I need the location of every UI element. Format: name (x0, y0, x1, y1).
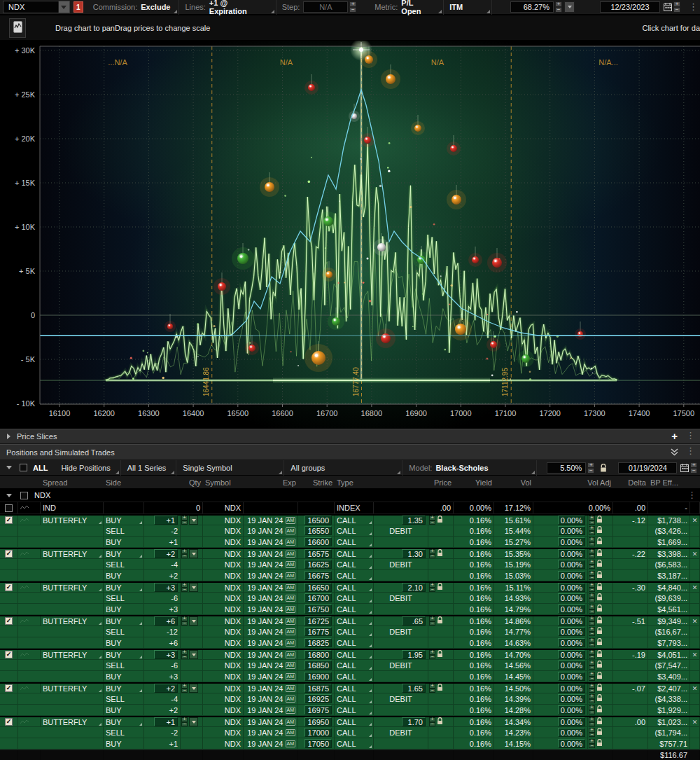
option-type-cell[interactable]: CALL (335, 684, 374, 693)
side-cell[interactable]: BUY (104, 570, 144, 581)
remove-leg-cell[interactable]: ✕ (690, 549, 700, 558)
vol-adj-lock-icon[interactable] (596, 537, 603, 546)
price-field[interactable]: 1.30 (402, 549, 426, 558)
expiration-cell[interactable]: 19 JAN 24AM (244, 604, 298, 614)
strike-field[interactable]: 16750 (304, 604, 332, 614)
positions-menu-icon[interactable]: ⋮ (686, 448, 695, 455)
quantity-field[interactable]: -2 (171, 728, 178, 737)
row-select-cell[interactable] (0, 525, 18, 536)
col-bp-eff[interactable]: BP Eff... (648, 476, 700, 488)
quantity-controls[interactable] (181, 559, 203, 569)
remove-leg-cell[interactable] (690, 525, 700, 536)
remove-leg-cell[interactable]: ✕ (690, 650, 700, 659)
vol-adj-controls[interactable]: +− (588, 637, 613, 648)
price-field[interactable]: 1.95 (402, 650, 426, 659)
option-type-cell[interactable]: CALL (335, 525, 374, 536)
quantity-field[interactable]: -6 (171, 661, 178, 670)
option-type-cell[interactable]: CALL (335, 727, 374, 738)
quantity-field[interactable]: +2 (154, 549, 178, 558)
price-controls[interactable] (428, 693, 454, 704)
option-type-cell[interactable]: CALL (335, 549, 374, 558)
side-cell[interactable]: BUY (104, 738, 144, 749)
filter-hide-positions[interactable]: Hide Positions (55, 460, 120, 476)
option-type-cell[interactable]: CALL (335, 671, 374, 682)
vol-adj-lock-icon[interactable] (596, 694, 603, 703)
model-setting[interactable]: Model: Black-Scholes (402, 460, 537, 476)
quantity-controls[interactable] (181, 525, 203, 536)
quantity-field[interactable]: +3 (154, 650, 178, 659)
close-icon[interactable]: ✕ (692, 685, 698, 692)
vol-adj-controls[interactable]: +− (588, 738, 613, 749)
select-all-checkbox[interactable] (20, 464, 27, 471)
option-type-cell[interactable]: CALL (335, 626, 374, 637)
collapse-group-icon[interactable] (6, 466, 12, 469)
calendar-icon[interactable] (664, 3, 672, 11)
rate-input[interactable]: 5.50% (547, 462, 586, 474)
row-checkbox[interactable]: ✓ (5, 684, 13, 692)
quantity-controls[interactable] (181, 671, 203, 682)
remove-leg-cell[interactable]: ✕ (690, 516, 700, 525)
row-select-cell[interactable] (0, 570, 18, 581)
row-select-cell[interactable] (0, 671, 18, 682)
price-lock-icon[interactable] (437, 516, 443, 525)
row-select-cell[interactable]: ✓ (0, 583, 18, 592)
option-type-cell[interactable]: CALL (335, 570, 374, 581)
vol-adj-field[interactable]: 0.00% (558, 638, 585, 647)
strike-field[interactable]: 17050 (304, 739, 332, 748)
vol-adj-lock-icon[interactable] (596, 616, 603, 626)
vol-adj-controls[interactable]: +− (588, 684, 613, 693)
strike-field[interactable]: 16550 (304, 526, 332, 535)
side-cell[interactable]: BUY (104, 549, 144, 558)
price-field[interactable]: 2.10 (402, 583, 426, 592)
row-chart-toggle[interactable] (18, 516, 41, 525)
quantity-controls[interactable] (181, 570, 203, 581)
option-type-cell[interactable]: CALL (335, 717, 374, 726)
quantity-controls[interactable] (181, 738, 203, 749)
index-row-checkbox[interactable] (5, 504, 13, 512)
remove-leg-cell[interactable] (690, 637, 700, 648)
spread-type-cell[interactable] (41, 593, 104, 603)
quantity-field[interactable]: -4 (171, 695, 178, 703)
quantity-dropdown-icon[interactable] (189, 616, 198, 626)
expiration-cell[interactable]: 19 JAN 24AM (244, 583, 298, 592)
strike-field[interactable]: 16500 (304, 516, 332, 525)
close-icon[interactable]: ✕ (692, 584, 698, 591)
vol-adj-field[interactable]: 0.00% (558, 583, 585, 592)
quantity-field[interactable]: +3 (154, 583, 178, 592)
position-leg-row[interactable]: SELL -2 NDX 19 JAN 24AM 17000 CALL DEBIT… (0, 727, 700, 738)
vol-adj-field[interactable]: 0.00% (558, 560, 585, 569)
expiration-cell[interactable]: 19 JAN 24AM (244, 693, 298, 704)
row-chart-toggle[interactable] (18, 650, 41, 659)
price-controls[interactable] (428, 559, 454, 569)
remove-leg-cell[interactable]: ✕ (690, 717, 700, 726)
expiration-cell[interactable]: 19 JAN 24AM (244, 660, 298, 670)
vol-adj-controls[interactable]: +− (588, 727, 613, 738)
vol-adj-lock-icon[interactable] (596, 549, 603, 558)
quantity-controls[interactable] (181, 727, 203, 738)
spread-type-cell[interactable]: BUTTERFLY (41, 516, 104, 525)
position-leg-row[interactable]: ✓ BUTTERFLY BUY +1 +− NDX 19 JAN 24AM 16… (0, 716, 700, 727)
strike-field[interactable]: 16900 (304, 672, 332, 681)
expiration-cell[interactable]: 19 JAN 24AM (244, 593, 298, 603)
expiration-cell[interactable]: 19 JAN 24AM (244, 559, 298, 569)
vol-adj-controls[interactable]: +− (588, 559, 613, 569)
quantity-field[interactable]: +6 (154, 616, 178, 626)
step-spinner[interactable]: +− (349, 1, 356, 13)
commission-setting[interactable]: Commission: Exclude (88, 0, 180, 15)
row-select-cell[interactable] (0, 727, 18, 738)
side-cell[interactable]: BUY (104, 671, 144, 682)
vol-adj-field[interactable]: 0.00% (558, 604, 585, 614)
close-icon[interactable]: ✕ (692, 651, 698, 658)
remove-leg-cell[interactable]: ✕ (690, 684, 700, 693)
spread-type-cell[interactable] (41, 604, 104, 614)
underlying-index-row[interactable]: IND 0 NDX INDEX .00 0.00% 17.12% 0.00% .… (0, 502, 700, 514)
vol-adj-field[interactable]: 0.00% (558, 516, 585, 525)
position-leg-row[interactable]: BUY +1 NDX 19 JAN 24AM 17050 CALL 0.16% … (0, 738, 700, 749)
quantity-field[interactable]: +2 (169, 572, 178, 580)
vol-adj-field[interactable]: 0.00% (558, 705, 585, 714)
vol-adj-controls[interactable]: +− (588, 570, 613, 581)
filter-groups[interactable]: All groups (284, 460, 402, 476)
position-leg-row[interactable]: SELL -6 NDX 19 JAN 24AM 16700 CALL DEBIT… (0, 593, 700, 604)
position-leg-row[interactable]: SELL -4 NDX 19 JAN 24AM 16925 CALL DEBIT… (0, 693, 700, 705)
position-leg-row[interactable]: BUY +3 NDX 19 JAN 24AM 16750 CALL 0.16% … (0, 604, 700, 615)
